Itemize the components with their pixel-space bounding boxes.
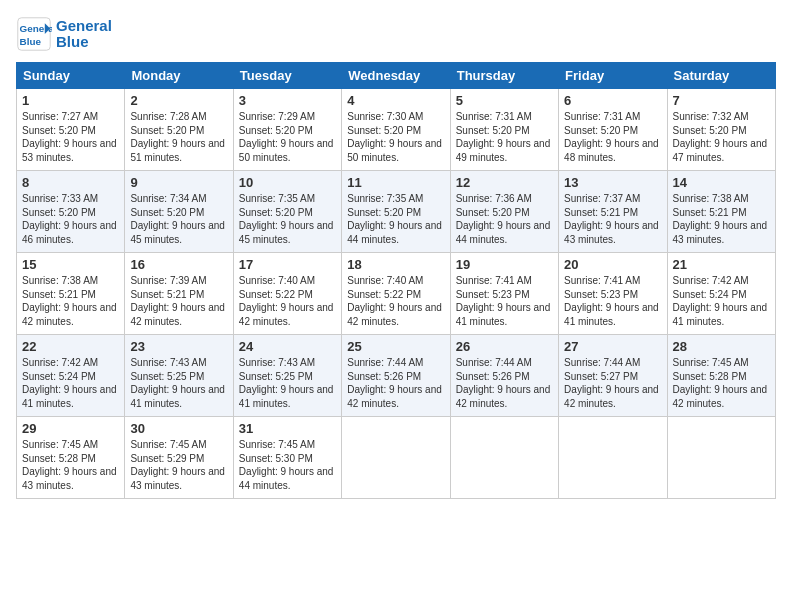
- day-number: 3: [239, 93, 336, 108]
- logo-icon: General Blue: [16, 16, 52, 52]
- day-info: Sunrise: 7:33 AMSunset: 5:20 PMDaylight:…: [22, 192, 119, 246]
- calendar-cell: 13Sunrise: 7:37 AMSunset: 5:21 PMDayligh…: [559, 171, 667, 253]
- calendar-cell: 27Sunrise: 7:44 AMSunset: 5:27 PMDayligh…: [559, 335, 667, 417]
- day-info: Sunrise: 7:28 AMSunset: 5:20 PMDaylight:…: [130, 110, 227, 164]
- day-info: Sunrise: 7:40 AMSunset: 5:22 PMDaylight:…: [347, 274, 444, 328]
- day-number: 21: [673, 257, 770, 272]
- day-info: Sunrise: 7:45 AMSunset: 5:30 PMDaylight:…: [239, 438, 336, 492]
- day-number: 24: [239, 339, 336, 354]
- calendar-cell: 3Sunrise: 7:29 AMSunset: 5:20 PMDaylight…: [233, 89, 341, 171]
- weekday-friday: Friday: [559, 63, 667, 89]
- day-info: Sunrise: 7:45 AMSunset: 5:28 PMDaylight:…: [22, 438, 119, 492]
- day-info: Sunrise: 7:39 AMSunset: 5:21 PMDaylight:…: [130, 274, 227, 328]
- calendar-cell: [559, 417, 667, 499]
- calendar-cell: 25Sunrise: 7:44 AMSunset: 5:26 PMDayligh…: [342, 335, 450, 417]
- day-number: 16: [130, 257, 227, 272]
- day-info: Sunrise: 7:36 AMSunset: 5:20 PMDaylight:…: [456, 192, 553, 246]
- calendar-cell: 2Sunrise: 7:28 AMSunset: 5:20 PMDaylight…: [125, 89, 233, 171]
- weekday-saturday: Saturday: [667, 63, 775, 89]
- day-number: 18: [347, 257, 444, 272]
- calendar-table: SundayMondayTuesdayWednesdayThursdayFrid…: [16, 62, 776, 499]
- day-number: 31: [239, 421, 336, 436]
- day-number: 20: [564, 257, 661, 272]
- day-number: 26: [456, 339, 553, 354]
- day-info: Sunrise: 7:38 AMSunset: 5:21 PMDaylight:…: [673, 192, 770, 246]
- day-info: Sunrise: 7:45 AMSunset: 5:28 PMDaylight:…: [673, 356, 770, 410]
- day-number: 27: [564, 339, 661, 354]
- calendar-cell: 10Sunrise: 7:35 AMSunset: 5:20 PMDayligh…: [233, 171, 341, 253]
- logo-text: General Blue: [56, 18, 112, 51]
- day-info: Sunrise: 7:44 AMSunset: 5:27 PMDaylight:…: [564, 356, 661, 410]
- day-number: 2: [130, 93, 227, 108]
- calendar-cell: 21Sunrise: 7:42 AMSunset: 5:24 PMDayligh…: [667, 253, 775, 335]
- day-info: Sunrise: 7:45 AMSunset: 5:29 PMDaylight:…: [130, 438, 227, 492]
- day-number: 9: [130, 175, 227, 190]
- day-number: 8: [22, 175, 119, 190]
- day-info: Sunrise: 7:44 AMSunset: 5:26 PMDaylight:…: [456, 356, 553, 410]
- weekday-header: SundayMondayTuesdayWednesdayThursdayFrid…: [17, 63, 776, 89]
- page: General Blue General Blue SundayMondayTu…: [0, 0, 792, 612]
- calendar-cell: 19Sunrise: 7:41 AMSunset: 5:23 PMDayligh…: [450, 253, 558, 335]
- weekday-sunday: Sunday: [17, 63, 125, 89]
- day-number: 14: [673, 175, 770, 190]
- day-info: Sunrise: 7:31 AMSunset: 5:20 PMDaylight:…: [564, 110, 661, 164]
- week-row-5: 29Sunrise: 7:45 AMSunset: 5:28 PMDayligh…: [17, 417, 776, 499]
- day-info: Sunrise: 7:35 AMSunset: 5:20 PMDaylight:…: [239, 192, 336, 246]
- day-info: Sunrise: 7:38 AMSunset: 5:21 PMDaylight:…: [22, 274, 119, 328]
- day-info: Sunrise: 7:30 AMSunset: 5:20 PMDaylight:…: [347, 110, 444, 164]
- day-info: Sunrise: 7:41 AMSunset: 5:23 PMDaylight:…: [564, 274, 661, 328]
- calendar-cell: 11Sunrise: 7:35 AMSunset: 5:20 PMDayligh…: [342, 171, 450, 253]
- day-number: 6: [564, 93, 661, 108]
- day-number: 23: [130, 339, 227, 354]
- day-info: Sunrise: 7:40 AMSunset: 5:22 PMDaylight:…: [239, 274, 336, 328]
- day-number: 15: [22, 257, 119, 272]
- calendar-cell: 15Sunrise: 7:38 AMSunset: 5:21 PMDayligh…: [17, 253, 125, 335]
- calendar-cell: 22Sunrise: 7:42 AMSunset: 5:24 PMDayligh…: [17, 335, 125, 417]
- calendar-cell: 9Sunrise: 7:34 AMSunset: 5:20 PMDaylight…: [125, 171, 233, 253]
- week-row-4: 22Sunrise: 7:42 AMSunset: 5:24 PMDayligh…: [17, 335, 776, 417]
- week-row-3: 15Sunrise: 7:38 AMSunset: 5:21 PMDayligh…: [17, 253, 776, 335]
- day-number: 11: [347, 175, 444, 190]
- calendar-cell: 31Sunrise: 7:45 AMSunset: 5:30 PMDayligh…: [233, 417, 341, 499]
- calendar-cell: [450, 417, 558, 499]
- header: General Blue General Blue: [16, 16, 776, 52]
- calendar-cell: 28Sunrise: 7:45 AMSunset: 5:28 PMDayligh…: [667, 335, 775, 417]
- calendar-cell: 6Sunrise: 7:31 AMSunset: 5:20 PMDaylight…: [559, 89, 667, 171]
- calendar-cell: [342, 417, 450, 499]
- day-number: 22: [22, 339, 119, 354]
- day-number: 4: [347, 93, 444, 108]
- calendar-cell: 7Sunrise: 7:32 AMSunset: 5:20 PMDaylight…: [667, 89, 775, 171]
- day-number: 10: [239, 175, 336, 190]
- day-info: Sunrise: 7:42 AMSunset: 5:24 PMDaylight:…: [22, 356, 119, 410]
- calendar-cell: [667, 417, 775, 499]
- day-info: Sunrise: 7:34 AMSunset: 5:20 PMDaylight:…: [130, 192, 227, 246]
- calendar-cell: 5Sunrise: 7:31 AMSunset: 5:20 PMDaylight…: [450, 89, 558, 171]
- calendar-cell: 23Sunrise: 7:43 AMSunset: 5:25 PMDayligh…: [125, 335, 233, 417]
- day-number: 13: [564, 175, 661, 190]
- day-number: 12: [456, 175, 553, 190]
- day-info: Sunrise: 7:43 AMSunset: 5:25 PMDaylight:…: [130, 356, 227, 410]
- calendar-cell: 12Sunrise: 7:36 AMSunset: 5:20 PMDayligh…: [450, 171, 558, 253]
- calendar-cell: 18Sunrise: 7:40 AMSunset: 5:22 PMDayligh…: [342, 253, 450, 335]
- calendar-cell: 30Sunrise: 7:45 AMSunset: 5:29 PMDayligh…: [125, 417, 233, 499]
- weekday-tuesday: Tuesday: [233, 63, 341, 89]
- calendar-cell: 4Sunrise: 7:30 AMSunset: 5:20 PMDaylight…: [342, 89, 450, 171]
- logo: General Blue General Blue: [16, 16, 112, 52]
- day-info: Sunrise: 7:41 AMSunset: 5:23 PMDaylight:…: [456, 274, 553, 328]
- week-row-2: 8Sunrise: 7:33 AMSunset: 5:20 PMDaylight…: [17, 171, 776, 253]
- calendar-cell: 24Sunrise: 7:43 AMSunset: 5:25 PMDayligh…: [233, 335, 341, 417]
- svg-text:Blue: Blue: [20, 36, 42, 47]
- day-number: 17: [239, 257, 336, 272]
- calendar-cell: 26Sunrise: 7:44 AMSunset: 5:26 PMDayligh…: [450, 335, 558, 417]
- day-number: 19: [456, 257, 553, 272]
- day-info: Sunrise: 7:32 AMSunset: 5:20 PMDaylight:…: [673, 110, 770, 164]
- day-info: Sunrise: 7:31 AMSunset: 5:20 PMDaylight:…: [456, 110, 553, 164]
- day-info: Sunrise: 7:42 AMSunset: 5:24 PMDaylight:…: [673, 274, 770, 328]
- calendar-cell: 20Sunrise: 7:41 AMSunset: 5:23 PMDayligh…: [559, 253, 667, 335]
- day-info: Sunrise: 7:37 AMSunset: 5:21 PMDaylight:…: [564, 192, 661, 246]
- week-row-1: 1Sunrise: 7:27 AMSunset: 5:20 PMDaylight…: [17, 89, 776, 171]
- day-number: 29: [22, 421, 119, 436]
- day-info: Sunrise: 7:35 AMSunset: 5:20 PMDaylight:…: [347, 192, 444, 246]
- calendar-cell: 14Sunrise: 7:38 AMSunset: 5:21 PMDayligh…: [667, 171, 775, 253]
- weekday-wednesday: Wednesday: [342, 63, 450, 89]
